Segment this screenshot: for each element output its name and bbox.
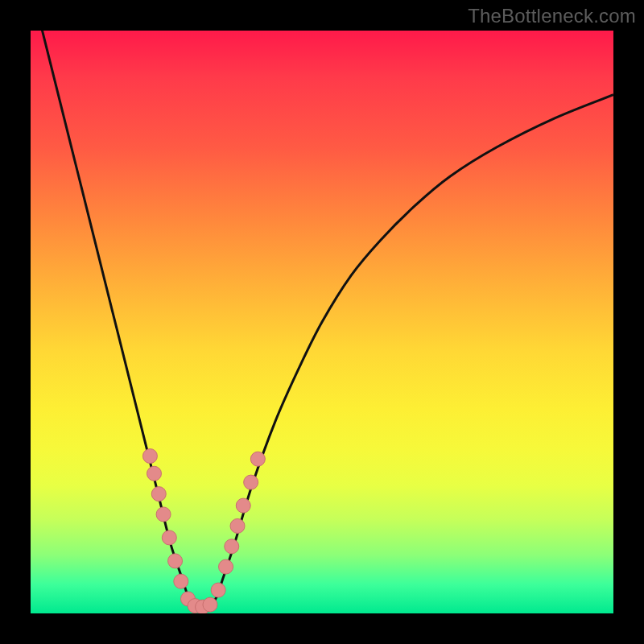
data-marker <box>225 539 239 554</box>
data-marker <box>250 452 265 466</box>
chart-frame: TheBottleneck.com <box>0 0 644 644</box>
data-marker <box>230 518 245 533</box>
data-marker <box>151 487 166 502</box>
watermark-text: TheBottleneck.com <box>468 5 636 27</box>
plot-area <box>31 31 613 613</box>
data-marker <box>147 466 161 481</box>
data-marker <box>142 449 157 464</box>
data-marker <box>162 530 176 545</box>
data-marker <box>168 554 183 568</box>
data-marker <box>203 597 217 612</box>
data-marker <box>236 498 250 513</box>
data-marker <box>156 507 171 522</box>
chart-svg <box>31 31 613 613</box>
data-marker <box>244 475 258 489</box>
data-markers <box>142 449 265 613</box>
data-marker <box>211 583 225 597</box>
bottleneck-curve <box>31 31 613 608</box>
data-marker <box>174 574 188 588</box>
data-marker <box>219 559 233 574</box>
